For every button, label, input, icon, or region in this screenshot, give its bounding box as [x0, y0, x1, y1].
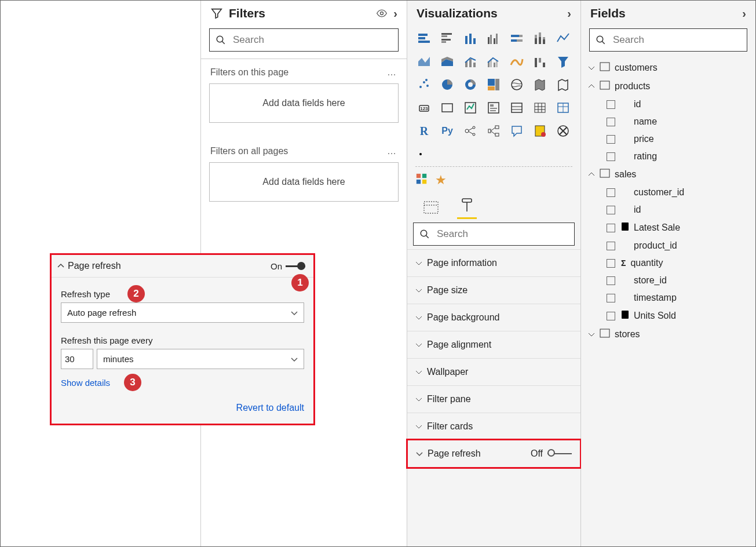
field-checkbox[interactable]	[607, 224, 615, 232]
viz-treemap-icon[interactable]	[485, 76, 502, 93]
field-checkbox[interactable]	[607, 294, 615, 302]
accordion-page-information[interactable]: Page information	[407, 249, 580, 276]
fields-search-input[interactable]	[612, 34, 741, 46]
viz-multi-card-icon[interactable]	[462, 99, 479, 116]
viz-map-icon[interactable]	[508, 76, 525, 93]
field-checkbox[interactable]	[607, 276, 615, 285]
viz-stacked-col-icon[interactable]	[462, 30, 479, 47]
page-refresh-toggle[interactable]	[286, 262, 305, 270]
accordion-filter-cards[interactable]: Filter cards	[407, 413, 580, 440]
eye-icon[interactable]	[376, 8, 388, 19]
table-customers[interactable]: customers	[581, 59, 755, 77]
fields-well-tab[interactable]	[420, 196, 442, 219]
field-products-rating[interactable]: rating	[581, 148, 755, 165]
viz-shape-map-icon[interactable]	[554, 76, 572, 93]
viz-waterfall-icon[interactable]	[531, 53, 549, 70]
chevron-up-icon[interactable]	[57, 262, 64, 269]
field-checkbox[interactable]	[607, 242, 615, 250]
field-sales-customer_id[interactable]: customer_id	[581, 184, 755, 201]
viz-q-and-a-icon[interactable]	[508, 122, 525, 140]
viz-area-icon[interactable]	[415, 53, 433, 70]
revert-to-default-link[interactable]: Revert to default	[52, 395, 313, 424]
viz-stacked-bar-icon[interactable]	[415, 30, 433, 47]
report-canvas[interactable]: Page refresh On 1 Refresh type 2 Auto pa…	[1, 1, 200, 546]
collapse-filters-icon[interactable]: ›	[393, 7, 397, 20]
field-products-id[interactable]: id	[581, 96, 755, 113]
refresh-type-select[interactable]: Auto page refresh	[61, 302, 304, 323]
collapse-fields-icon[interactable]: ›	[742, 7, 746, 20]
filters-search[interactable]	[209, 28, 399, 52]
field-sales-product_id[interactable]: product_id	[581, 237, 755, 254]
viz-scatter-icon[interactable]	[415, 76, 433, 93]
viz-filled-map-icon[interactable]	[531, 76, 549, 93]
star-icon[interactable]: ★	[435, 173, 447, 188]
accordion-page-size[interactable]: Page size	[407, 276, 580, 304]
viz-paginated-icon[interactable]	[531, 122, 549, 140]
filters-all-dropzone[interactable]: Add data fields here	[209, 162, 399, 202]
app-icon[interactable]	[415, 173, 428, 188]
field-sales-latest-sale[interactable]: Latest Sale	[581, 218, 755, 237]
viz-stacked-area-icon[interactable]	[439, 53, 456, 70]
fields-search[interactable]	[589, 28, 747, 52]
viz-R-icon[interactable]: R	[415, 122, 433, 140]
filters-page-dropzone[interactable]: Add data fields here	[209, 83, 399, 123]
filters-search-input[interactable]	[232, 34, 392, 46]
table-stores[interactable]: stores	[581, 325, 755, 344]
viz-matrix-icon[interactable]	[554, 99, 572, 116]
field-checkbox[interactable]	[607, 188, 615, 197]
table-products[interactable]: products	[581, 77, 755, 96]
field-checkbox[interactable]	[607, 312, 615, 320]
viz-stacked-area-bar-icon[interactable]	[508, 30, 525, 47]
viz-kpi-icon[interactable]	[485, 99, 502, 116]
field-checkbox[interactable]	[607, 259, 615, 268]
accordion-page-alignment[interactable]: Page alignment	[407, 331, 580, 358]
viz-slicer-icon[interactable]	[508, 99, 525, 116]
field-sales-units-sold[interactable]: Units Sold	[581, 307, 755, 325]
viz-key-influencers-icon[interactable]	[462, 122, 479, 140]
viz-search-input[interactable]	[436, 228, 568, 240]
viz-line-col-icon[interactable]	[462, 53, 479, 70]
accordion-filter-pane[interactable]: Filter pane	[407, 385, 580, 413]
viz-clustered-bar-icon[interactable]	[439, 30, 456, 47]
viz-col-group-icon[interactable]	[531, 30, 549, 47]
viz-pie-icon[interactable]	[439, 76, 456, 93]
viz-table-icon[interactable]	[531, 99, 549, 116]
field-sales-quantity[interactable]: Σquantity	[581, 254, 755, 272]
field-products-name[interactable]: name	[581, 113, 755, 130]
field-sales-store_id[interactable]: store_id	[581, 272, 755, 289]
filters-page-menu[interactable]: …	[387, 67, 397, 78]
table-sales[interactable]: sales	[581, 165, 755, 184]
viz-more-icon[interactable]	[415, 145, 433, 163]
field-sales-id[interactable]: id	[581, 201, 755, 218]
filters-all-menu[interactable]: …	[387, 146, 397, 156]
accordion-page-background[interactable]: Page background	[407, 304, 580, 331]
viz-arcgis-icon[interactable]	[554, 122, 572, 140]
field-checkbox[interactable]	[607, 206, 615, 214]
field-sales-timestamp[interactable]: timestamp	[581, 289, 755, 307]
page-refresh-toggle-off[interactable]	[547, 450, 572, 458]
viz-ribbon-icon[interactable]	[508, 53, 525, 70]
viz-gauge-icon[interactable]: 123	[415, 99, 433, 116]
field-checkbox[interactable]	[607, 135, 615, 144]
viz-Py-icon[interactable]: Py	[439, 122, 456, 140]
viz-line-col-cluster-icon[interactable]	[485, 53, 502, 70]
accordion-wallpaper[interactable]: Wallpaper	[407, 358, 580, 385]
interval-value-input[interactable]: 30	[61, 349, 93, 369]
viz-donut-icon[interactable]	[462, 76, 479, 93]
svg-rect-5	[418, 41, 430, 43]
field-checkbox[interactable]	[607, 100, 615, 109]
viz-card-icon[interactable]	[439, 99, 456, 116]
interval-unit-select[interactable]: minutes	[97, 349, 304, 369]
viz-decomposition-icon[interactable]	[485, 122, 502, 140]
format-tab[interactable]	[457, 194, 477, 219]
viz-funnel-icon[interactable]	[554, 53, 572, 70]
show-details-link[interactable]: Show details	[61, 378, 110, 388]
field-checkbox[interactable]	[607, 118, 615, 126]
accordion-page-refresh[interactable]: Page refresh Off	[406, 439, 582, 469]
viz-line-icon[interactable]	[554, 30, 572, 47]
viz-search[interactable]	[413, 223, 575, 246]
collapse-viz-icon[interactable]: ›	[567, 7, 571, 20]
viz-clustered-col-icon[interactable]	[485, 30, 502, 47]
field-checkbox[interactable]	[607, 152, 615, 161]
field-products-price[interactable]: price	[581, 130, 755, 148]
